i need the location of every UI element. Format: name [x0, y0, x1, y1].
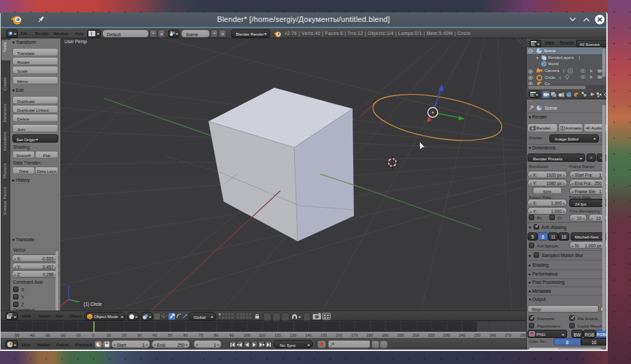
svg-text:(1) Circle: (1) Circle [84, 302, 102, 307]
svg-text:User Persp: User Persp [64, 39, 87, 45]
